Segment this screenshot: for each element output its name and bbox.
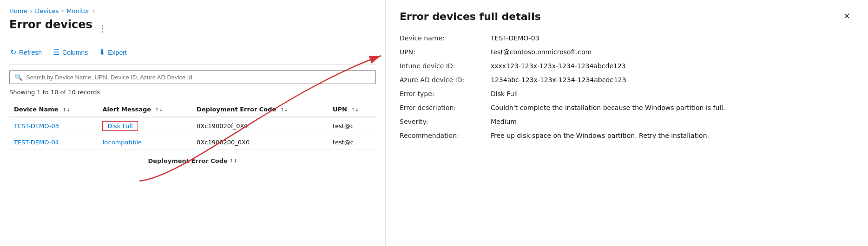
deployment-error-code: 0Xc190020f_0X0 <box>192 117 328 135</box>
refresh-icon: ↻ <box>10 48 16 57</box>
table-row: TEST-DEMO-03Disk Full0Xc190020f_0X0test@… <box>9 117 376 135</box>
panel-header: Error devices full details ✕ <box>400 9 854 23</box>
close-button[interactable]: ✕ <box>840 9 854 23</box>
detail-value-2: xxxx123-123x-123x-1234-1234abcde123 <box>491 62 854 70</box>
detail-grid: Device name:TEST-DEMO-03UPN:test@contoso… <box>400 34 854 139</box>
breadcrumb-home[interactable]: Home <box>9 7 27 14</box>
alert-message-boxed[interactable]: Disk Full <box>102 121 138 131</box>
breadcrumb-sep-1: › <box>30 8 32 14</box>
refresh-button[interactable]: ↻ Refresh <box>9 46 43 58</box>
sort-upn-icon: ↑↓ <box>351 107 359 112</box>
detail-value-7: Free up disk space on the Windows partit… <box>491 132 854 139</box>
breadcrumb-devices[interactable]: Devices <box>35 7 59 14</box>
breadcrumb: Home › Devices › Monitor › <box>9 7 376 14</box>
record-count: Showing 1 to 10 of 10 records <box>9 89 376 96</box>
sort-alert-icon: ↑↓ <box>155 107 163 112</box>
detail-label-5: Error description: <box>400 104 483 111</box>
col-alert-message[interactable]: Alert Message ↑↓ <box>98 102 192 117</box>
upn-value: test@c <box>328 135 376 150</box>
table-row: TEST-DEMO-04Incompatible0Xc1900200_0X0te… <box>9 135 376 150</box>
table-footer: Deployment Error Code ↑↓ <box>9 157 376 164</box>
detail-value-5: Couldn't complete the installation becau… <box>491 104 854 111</box>
sort-device-name-icon: ↑↓ <box>62 107 70 112</box>
columns-button[interactable]: ☰ Columns <box>52 46 89 58</box>
page-title: Error devices <box>9 18 92 31</box>
breadcrumb-sep-2: › <box>61 8 64 14</box>
detail-value-0: TEST-DEMO-03 <box>491 34 854 42</box>
table-header-row: Device Name ↑↓ Alert Message ↑↓ Deployme… <box>9 102 376 117</box>
toolbar: ↻ Refresh ☰ Columns ⬇ Export <box>9 46 376 65</box>
deployment-error-code: 0Xc1900200_0X0 <box>192 135 328 150</box>
kebab-icon[interactable]: ⋮ <box>98 24 106 33</box>
col-deployment-error[interactable]: Deployment Error Code ↑↓ <box>192 102 328 117</box>
detail-panel: Error devices full details ✕ Device name… <box>386 0 868 246</box>
col-upn[interactable]: UPN ↑↓ <box>328 102 376 117</box>
detail-label-0: Device name: <box>400 34 483 42</box>
detail-label-6: Severity: <box>400 118 483 125</box>
device-name-link[interactable]: TEST-DEMO-04 <box>14 139 59 146</box>
alert-message-link[interactable]: Incompatible <box>102 139 142 146</box>
col-device-name[interactable]: Device Name ↑↓ <box>9 102 98 117</box>
search-icon: 🔍 <box>14 73 22 81</box>
footer-label: Deployment Error Code <box>148 157 227 164</box>
sort-error-icon: ↑↓ <box>280 107 288 112</box>
device-name-link[interactable]: TEST-DEMO-03 <box>14 123 59 129</box>
detail-label-1: UPN: <box>400 48 483 56</box>
data-table: Device Name ↑↓ Alert Message ↑↓ Deployme… <box>9 102 376 150</box>
detail-label-4: Error type: <box>400 90 483 97</box>
detail-label-2: Intune device ID: <box>400 62 483 70</box>
breadcrumb-monitor[interactable]: Monitor <box>66 7 89 14</box>
detail-label-3: Azure AD device ID: <box>400 76 483 84</box>
breadcrumb-sep-3: › <box>92 8 95 14</box>
upn-value: test@c <box>328 117 376 135</box>
detail-label-7: Recommendation: <box>400 132 483 139</box>
detail-value-6: Medium <box>491 118 854 125</box>
columns-icon: ☰ <box>53 48 59 57</box>
panel-title: Error devices full details <box>400 11 541 22</box>
footer-sort-icon: ↑↓ <box>230 158 237 163</box>
export-icon: ⬇ <box>99 48 105 57</box>
export-button[interactable]: ⬇ Export <box>98 46 127 58</box>
detail-value-3: 1234abc-123x-123x-1234-1234abcde123 <box>491 76 854 84</box>
detail-value-1: test@contoso.onmicrosoft.com <box>491 48 854 56</box>
search-bar: 🔍 <box>9 70 376 84</box>
search-input[interactable] <box>26 74 371 81</box>
detail-value-4: Disk Full <box>491 90 854 97</box>
